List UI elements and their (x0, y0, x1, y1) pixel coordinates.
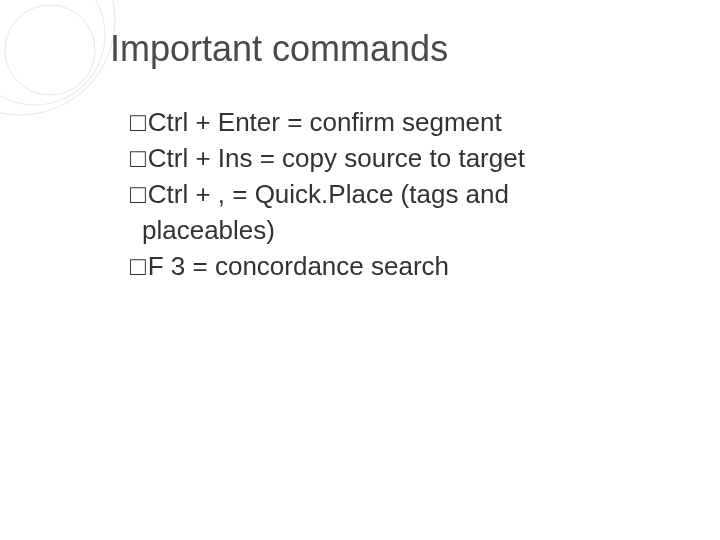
bullet-list: □Ctrl + Enter = confirm segment □Ctrl + … (130, 105, 670, 284)
bullet-icon: □ (130, 177, 146, 213)
slide-title: Important commands (110, 28, 448, 70)
list-item: □Ctrl + Enter = confirm segment (130, 105, 670, 141)
list-item-continuation: placeables) (142, 213, 670, 249)
bullet-icon: □ (130, 141, 146, 177)
list-item: □Ctrl + , = Quick.Place (tags and (130, 177, 670, 213)
svg-point-1 (0, 0, 105, 105)
list-item-text: Ctrl + Enter = confirm segment (148, 107, 502, 137)
list-item: □F 3 = concordance search (130, 249, 670, 285)
bullet-icon: □ (130, 249, 146, 285)
list-item: □Ctrl + Ins = copy source to target (130, 141, 670, 177)
list-item-text: Ctrl + Ins = copy source to target (148, 143, 525, 173)
svg-point-0 (0, 0, 115, 115)
list-item-text: Ctrl + , = Quick.Place (tags and (148, 179, 509, 209)
list-item-text: F 3 = concordance search (148, 251, 449, 281)
svg-point-2 (5, 5, 95, 95)
bullet-icon: □ (130, 105, 146, 141)
